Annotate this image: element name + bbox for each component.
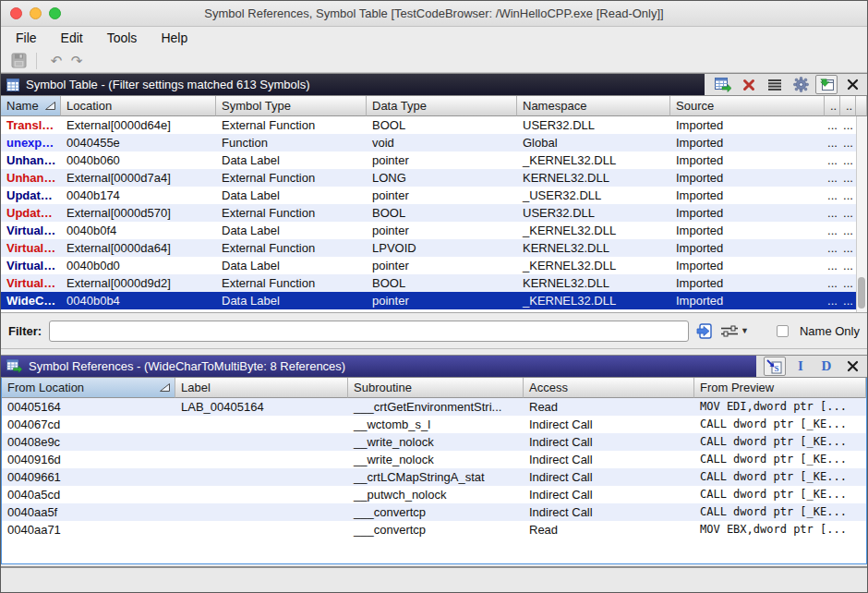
table-with-green-arrow-icon (715, 78, 731, 92)
menubar: File Edit Tools Help (1, 27, 867, 49)
floppy-disk-icon (11, 53, 27, 68)
symbol-table-panel-header[interactable]: Symbol Table - (Filter settings matched … (1, 73, 867, 96)
main-toolbar: ↶ ↷ (1, 49, 867, 73)
sliders-icon (720, 324, 739, 338)
close-symbol-table-button[interactable] (841, 75, 863, 94)
table-row[interactable]: Virtual…0040b0f4Data Labelpointer_KERNEL… (1, 222, 867, 239)
column-header-offcut[interactable]: .. (840, 96, 856, 116)
menu-edit[interactable]: Edit (61, 30, 83, 45)
redo-icon: ↷ (71, 54, 83, 67)
settings-button[interactable] (790, 75, 812, 94)
reference-row[interactable]: 00405164LAB_00405164___crtGetEnvironment… (2, 398, 866, 416)
sort-ascending-icon (159, 382, 171, 393)
reference-row[interactable]: 00408e9c__write_nolockIndirect CallCALL … (2, 433, 866, 451)
sort-ascending-icon (44, 101, 56, 111)
references-table-empty-area (2, 539, 866, 563)
table-row[interactable]: Virtual…External[0000da64]External Funct… (1, 239, 867, 257)
filter-bar: Filter: ▼ Name Only (1, 313, 867, 348)
symbol-table-panel-title: Symbol Table - (Filter settings matched … (26, 78, 310, 91)
column-header-spacer (856, 96, 867, 116)
column-header-name[interactable]: Name (1, 96, 61, 116)
data-refs-button[interactable]: D (815, 357, 838, 376)
close-icon (847, 360, 859, 372)
table-row[interactable]: Updat…0040b174Data Labelpointer_USER32.D… (1, 187, 867, 204)
set-filter-button[interactable] (764, 75, 786, 94)
symbol-table-column-headers: Name Location Symbol Type Data Type Name… (1, 96, 867, 116)
panel-green-arrow-icon (819, 78, 835, 91)
menu-tools[interactable]: Tools (107, 30, 138, 45)
follow-symbol-toggle-button[interactable]: S (764, 357, 786, 376)
column-header-namespace[interactable]: Namespace (517, 96, 670, 116)
app-window: Symbol References, Symbol Table [TestCod… (0, 0, 868, 593)
letter-d-icon: D (822, 358, 832, 374)
vertical-scrollbar[interactable] (856, 116, 867, 312)
arrow-to-s-page-icon: S (766, 359, 783, 374)
close-window-button[interactable] (10, 7, 22, 19)
filter-options-button[interactable]: ▼ (720, 324, 749, 338)
reference-row[interactable]: 00409661__crtLCMapStringA_statIndirect C… (2, 468, 866, 486)
column-header-location[interactable]: Location (61, 96, 216, 116)
references-column-headers: From Location Label Subroutine Access Fr… (2, 378, 866, 398)
table-row[interactable]: unexp…0040455eFunctionvoidGlobalImported… (1, 134, 867, 151)
table-row[interactable]: Transl…External[0000d64e]External Functi… (1, 116, 867, 134)
name-only-checkbox[interactable] (777, 325, 789, 337)
table-with-green-arrow-icon (6, 359, 22, 373)
status-bar (1, 566, 867, 592)
undo-button[interactable]: ↶ (46, 51, 66, 71)
reference-row[interactable]: 0040aa71___convertcpReadMOV EBX,dword pt… (2, 521, 866, 539)
reference-row[interactable]: 0040a5cd__putwch_nolockIndirect CallCALL… (2, 486, 866, 503)
close-symbol-references-button[interactable] (841, 357, 863, 376)
column-header-access[interactable]: Access (524, 378, 694, 398)
column-header-from-preview[interactable]: From Preview (694, 378, 866, 398)
delete-symbol-button[interactable] (738, 75, 760, 94)
symbol-references-panel-header[interactable]: Symbol References - (WideCharToMultiByte… (1, 355, 867, 378)
table-row[interactable]: Updat…External[0000d570]External Functio… (1, 204, 867, 222)
gear-icon (793, 77, 809, 92)
reference-row[interactable]: 004067cd__wctomb_s_lIndirect CallCALL dw… (2, 416, 866, 433)
minimize-window-button[interactable] (30, 7, 42, 19)
column-header-data-type[interactable]: Data Type (367, 96, 517, 116)
window-title: Symbol References, Symbol Table [TestCod… (1, 6, 867, 20)
panel-splitter[interactable] (1, 348, 867, 355)
column-header-from-location[interactable]: From Location (2, 378, 175, 398)
column-header-subroutine[interactable]: Subroutine (348, 378, 524, 398)
filter-label: Filter: (8, 324, 42, 338)
scrollbar-thumb[interactable] (858, 277, 865, 309)
symbol-table-body: Transl…External[0000d64e]External Functi… (1, 116, 867, 313)
menu-file[interactable]: File (16, 30, 37, 45)
svg-text:S: S (775, 364, 779, 373)
red-x-icon (742, 79, 755, 91)
toolbar-separator (36, 53, 37, 69)
chevron-down-icon: ▼ (741, 326, 749, 335)
apply-filter-icon[interactable] (696, 323, 713, 339)
snapshot-toggle-button[interactable] (815, 75, 838, 94)
letter-i-icon: I (798, 358, 803, 374)
zoom-window-button[interactable] (49, 7, 61, 19)
table-row[interactable]: Virtual…External[0000d9d2]External Funct… (1, 274, 867, 292)
table-row[interactable]: Virtual…0040b0d0Data Labelpointer_KERNEL… (1, 257, 867, 274)
column-header-symbol-type[interactable]: Symbol Type (216, 96, 367, 116)
table-row[interactable]: Unhan…0040b060Data Labelpointer_KERNEL32… (1, 151, 867, 169)
column-header-source[interactable]: Source (670, 96, 825, 116)
menu-help[interactable]: Help (161, 30, 187, 45)
symbol-references-table: From Location Label Subroutine Access Fr… (1, 378, 867, 564)
name-only-label: Name Only (800, 324, 860, 338)
symbol-references-panel-title: Symbol References - (WideCharToMultiByte… (29, 359, 345, 373)
list-lines-icon (767, 79, 782, 91)
table-row[interactable]: Unhan…External[0000d7a4]External Functio… (1, 169, 867, 187)
close-icon (847, 79, 859, 91)
reference-row[interactable]: 0040aa5f___convertcpIndirect CallCALL dw… (2, 503, 866, 521)
titlebar: Symbol References, Symbol Table [TestCod… (1, 1, 867, 27)
redo-button[interactable]: ↷ (66, 51, 87, 71)
save-button[interactable] (8, 51, 29, 71)
table-row-selected[interactable]: WideC…0040b0b4Data Labelpointer_KERNEL32… (1, 292, 867, 309)
filter-input[interactable] (49, 321, 689, 342)
column-header-ref-count[interactable]: .. (825, 96, 840, 116)
undo-icon: ↶ (51, 54, 63, 67)
instruction-refs-button[interactable]: I (790, 357, 812, 376)
reference-row[interactable]: 0040916d__write_nolockIndirect CallCALL … (2, 451, 866, 468)
table-grid-icon (6, 79, 19, 91)
column-header-label[interactable]: Label (175, 378, 348, 398)
make-selection-button[interactable] (712, 75, 734, 94)
